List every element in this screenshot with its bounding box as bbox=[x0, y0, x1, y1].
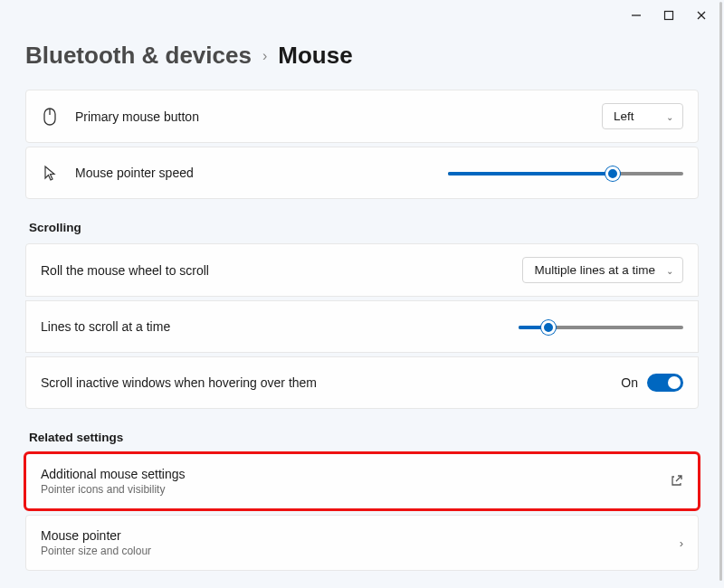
chevron-right-icon: › bbox=[680, 536, 683, 550]
lines-to-scroll-label: Lines to scroll at a time bbox=[41, 319, 502, 334]
scroll-wheel-row: Roll the mouse wheel to scroll Multiple … bbox=[25, 243, 699, 297]
scroll-inactive-row: Scroll inactive windows when hovering ov… bbox=[25, 356, 699, 409]
external-link-icon bbox=[671, 474, 683, 489]
breadcrumb: Bluetooth & devices › Mouse bbox=[25, 42, 699, 70]
pointer-speed-slider[interactable] bbox=[448, 164, 683, 182]
chevron-down-icon: ⌄ bbox=[666, 265, 673, 275]
lines-to-scroll-row: Lines to scroll at a time bbox=[25, 300, 699, 353]
window-controls bbox=[614, 0, 724, 31]
primary-button-value: Left bbox=[614, 109, 634, 123]
mouse-pointer-link[interactable]: Mouse pointer Pointer size and colour › bbox=[25, 515, 699, 571]
mouse-pointer-sub: Pointer size and colour bbox=[41, 545, 663, 557]
cursor-icon bbox=[41, 165, 59, 181]
vertical-scrollbar[interactable] bbox=[719, 2, 722, 581]
scroll-inactive-label: Scroll inactive windows when hovering ov… bbox=[41, 375, 605, 390]
scrolling-heading: Scrolling bbox=[29, 221, 699, 234]
scroll-inactive-state: On bbox=[621, 375, 638, 390]
scroll-wheel-select[interactable]: Multiple lines at a time ⌄ bbox=[522, 257, 683, 283]
breadcrumb-parent[interactable]: Bluetooth & devices bbox=[25, 42, 252, 70]
chevron-right-icon: › bbox=[262, 48, 267, 64]
primary-mouse-button-row: Primary mouse button Left ⌄ bbox=[25, 90, 699, 143]
close-button[interactable] bbox=[695, 9, 708, 22]
mouse-pointer-title: Mouse pointer bbox=[41, 528, 663, 543]
additional-title: Additional mouse settings bbox=[41, 467, 654, 481]
chevron-down-icon: ⌄ bbox=[666, 111, 673, 121]
additional-sub: Pointer icons and visibility bbox=[41, 483, 654, 496]
primary-button-label: Primary mouse button bbox=[75, 109, 586, 124]
related-heading: Related settings bbox=[29, 431, 699, 444]
mouse-icon bbox=[41, 108, 59, 126]
scroll-wheel-value: Multiple lines at a time bbox=[534, 263, 655, 277]
scroll-inactive-toggle[interactable] bbox=[647, 374, 683, 392]
pointer-speed-row: Mouse pointer speed bbox=[25, 147, 699, 199]
primary-button-select[interactable]: Left ⌄ bbox=[602, 103, 683, 129]
settings-content: Bluetooth & devices › Mouse Primary mous… bbox=[0, 0, 724, 588]
breadcrumb-current: Mouse bbox=[278, 42, 352, 70]
pointer-speed-label: Mouse pointer speed bbox=[75, 166, 432, 180]
lines-to-scroll-slider[interactable] bbox=[519, 318, 683, 336]
svg-rect-1 bbox=[665, 12, 673, 20]
scroll-wheel-label: Roll the mouse wheel to scroll bbox=[41, 263, 506, 278]
maximize-button[interactable] bbox=[662, 9, 675, 22]
additional-mouse-settings-link[interactable]: Additional mouse settings Pointer icons … bbox=[25, 453, 699, 509]
minimize-button[interactable] bbox=[630, 9, 643, 22]
